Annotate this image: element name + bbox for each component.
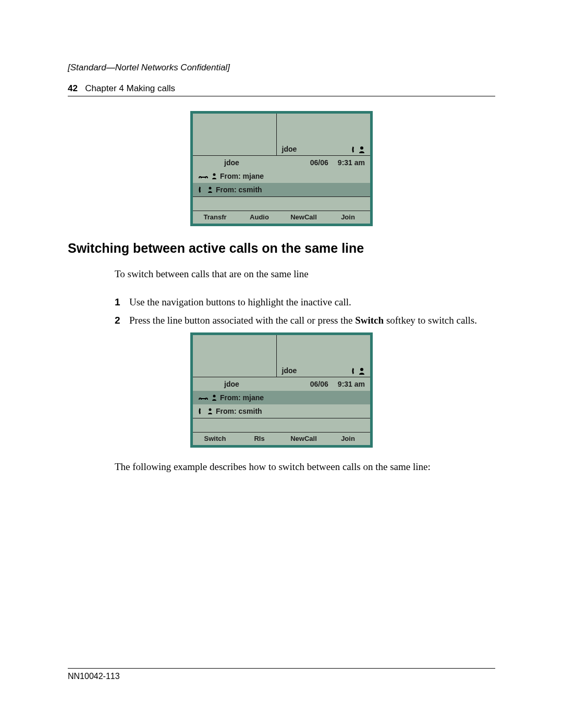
line-label: jdoe <box>282 145 297 153</box>
softkey-switch: Switch <box>193 433 237 445</box>
time-label: 9:31 am <box>338 158 365 167</box>
softkey-audio: Audio <box>237 211 282 224</box>
hold-icon <box>198 394 209 401</box>
intro-text: To switch between calls that are on the … <box>115 267 495 281</box>
handset-icon <box>198 186 204 193</box>
softkeys-row: Transfr Audio NewCall Join <box>193 211 370 224</box>
call-row-2: From: csmith <box>193 404 370 418</box>
softkey-newcall: NewCall <box>282 433 326 445</box>
call-row-2-active: From: csmith <box>193 183 370 196</box>
time-label: 9:31 am <box>338 380 365 388</box>
call-2-label: From: csmith <box>216 186 262 194</box>
svg-point-5 <box>209 408 212 411</box>
call-1-label: From: mjane <box>220 172 264 180</box>
call-row-1-active: From: mjane <box>193 391 370 404</box>
softkey-newcall: NewCall <box>282 211 326 224</box>
section-heading: Switching between active calls on the sa… <box>68 241 495 256</box>
svg-point-0 <box>360 146 363 150</box>
doc-number: NN10042-113 <box>68 672 120 681</box>
handset-icon <box>351 367 358 375</box>
call-1-label: From: mjane <box>220 393 264 402</box>
step-1: 1 Use the navigation buttons to highligh… <box>115 295 495 309</box>
person-icon <box>359 146 365 153</box>
call-row-1: From: mjane <box>193 169 370 183</box>
svg-point-3 <box>360 368 363 371</box>
call-2-label: From: csmith <box>216 407 262 415</box>
chapter-title: Chapter 4 Making calls <box>85 83 175 93</box>
svg-point-4 <box>213 394 216 397</box>
softkey-transfr: Transfr <box>193 211 237 224</box>
step-2-text: Press the line button associated with th… <box>129 314 477 327</box>
handset-icon <box>351 146 358 153</box>
after-text: The following example describes how to s… <box>115 460 495 474</box>
phone-screen-1: jdoe jdoe 06/06 9:31 am <box>190 111 373 226</box>
line-label: jdoe <box>282 366 297 375</box>
step-1-text: Use the navigation buttons to highlight … <box>129 295 351 309</box>
phone-screen-2: jdoe jdoe 06/06 9:31 am <box>190 332 373 448</box>
hold-icon <box>198 173 209 179</box>
softkey-join: Join <box>326 433 370 445</box>
page-number: 42 <box>68 83 78 93</box>
person-icon <box>207 408 213 414</box>
date-label: 06/06 <box>310 380 328 388</box>
softkey-rls: Rls <box>237 433 282 445</box>
softkeys-row: Switch Rls NewCall Join <box>193 432 370 445</box>
person-icon <box>212 173 217 179</box>
steps-list: 1 Use the navigation buttons to highligh… <box>115 295 495 327</box>
svg-point-2 <box>209 187 212 190</box>
user-label: jdoe <box>224 158 239 167</box>
person-icon <box>207 187 213 193</box>
confidential-notice: [Standard—Nortel Networks Confidential] <box>68 63 495 73</box>
chapter-header: 42 Chapter 4 Making calls <box>68 83 495 96</box>
page: [Standard—Nortel Networks Confidential] … <box>0 0 563 728</box>
person-icon <box>359 367 365 375</box>
softkey-join: Join <box>326 211 370 224</box>
user-label: jdoe <box>224 380 239 388</box>
step-2-num: 2 <box>115 314 129 327</box>
person-icon <box>212 394 217 401</box>
svg-point-1 <box>213 174 216 176</box>
date-label: 06/06 <box>310 158 328 167</box>
footer: NN10042-113 <box>68 668 495 681</box>
handset-icon <box>198 408 204 415</box>
step-2: 2 Press the line button associated with … <box>115 314 495 327</box>
step-1-num: 1 <box>115 295 129 309</box>
